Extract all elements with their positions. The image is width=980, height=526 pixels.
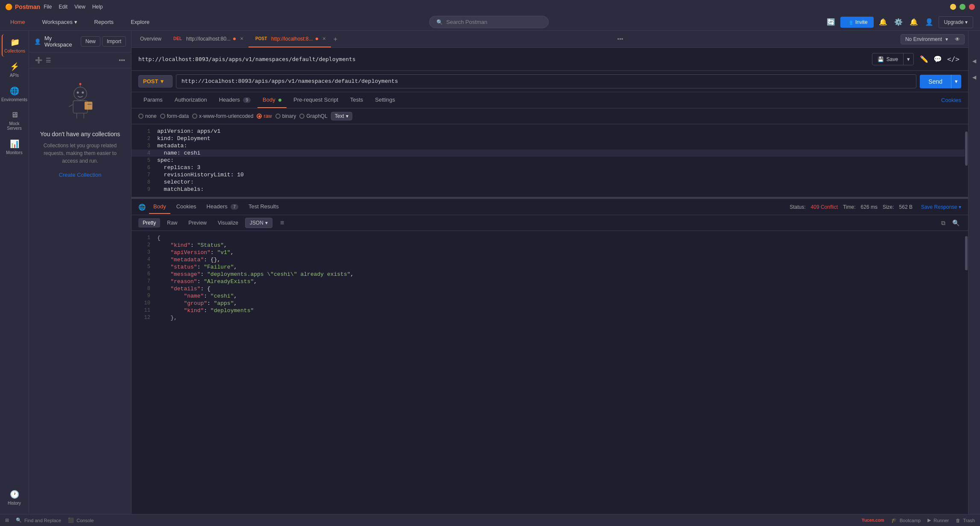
code-view-button[interactable]: </> [945,53,961,65]
tab-post[interactable]: POST http://localhost:8... ✕ [249,31,331,47]
sync-icon[interactable]: 🔄 [825,16,837,28]
request-editor-scrollbar[interactable] [965,124,968,197]
format-visualize-button[interactable]: Visualize [214,218,243,228]
grid-icon-item[interactable]: ⊞ [5,517,9,523]
right-panel-top-icon[interactable]: ◀ [970,56,979,66]
close-button[interactable]: ✕ [969,4,975,10]
find-replace-item[interactable]: 🔍 Find and Replace [16,517,61,523]
maximize-button[interactable]: ☐ [960,4,965,10]
sidebar-item-mock-servers[interactable]: 🖥 Mock Servers [2,107,27,134]
grid-icon: ⊞ [5,517,9,523]
create-collection-link[interactable]: Create Collection [59,172,102,178]
url-input[interactable] [176,74,916,88]
tab-del-close[interactable]: ✕ [240,36,243,41]
filter-tool-button[interactable]: ☰ [45,56,52,64]
import-button[interactable]: Import [102,36,126,47]
language-selector[interactable]: JSON ▾ [245,218,272,228]
sidebar-item-monitors[interactable]: 📊 Monitors [2,136,27,158]
right-panel-bottom-icon[interactable]: ◀ [971,73,978,82]
req-tab-params[interactable]: Params [138,92,168,108]
body-urlencoded-option[interactable]: x-www-form-urlencoded [192,113,253,119]
new-collection-button[interactable]: New [81,36,100,47]
save-dropdown-button[interactable]: ▾ [903,53,913,65]
sidebar-item-history[interactable]: 🕐 History [2,486,27,509]
trash-item[interactable]: 🗑 Trash [956,518,975,523]
bootcamp-label: Bootcamp [900,518,921,523]
add-tab-button[interactable]: + [331,35,340,43]
method-selector[interactable]: POST ▾ [138,75,173,88]
tab-del-url: http://localhost:80... [186,36,231,42]
upgrade-button[interactable]: Upgrade ▾ [939,16,973,28]
format-pretty-button[interactable]: Pretty [138,218,160,228]
response-scrollbar[interactable] [965,231,968,335]
tab-more-button[interactable]: ••• [617,36,623,42]
notifications-icon[interactable]: 🔔 [877,16,889,28]
resp-line-6: 6 "message": "deployments.apps \"ceshi\"… [132,271,965,278]
menu-view[interactable]: View [74,4,85,10]
cookies-link[interactable]: Cookies [941,97,961,103]
menu-file[interactable]: File [44,4,52,10]
save-response-button[interactable]: Save Response ▾ [921,204,961,210]
body-raw-option[interactable]: raw [257,113,272,119]
format-preview-button[interactable]: Preview [184,218,211,228]
req-tab-authorization[interactable]: Authorization [170,92,212,108]
body-none-option[interactable]: none [138,113,157,119]
response-body-container: 1 { 2 "kind": "Status", 3 "apiVersion": … [132,231,968,335]
body-type-selector[interactable]: Text ▾ [331,112,352,120]
resp-tab-headers[interactable]: Headers 7 [202,200,243,214]
settings-icon[interactable]: ⚙️ [892,16,904,28]
body-binary-option[interactable]: binary [275,113,296,119]
filter-response-button[interactable]: ≡ [278,218,286,228]
tab-del[interactable]: DEL http://localhost:80... ✕ [167,31,249,47]
comment-view-button[interactable]: 💬 [932,53,944,65]
alerts-icon[interactable]: 🔔 [908,16,920,28]
tab-post-close[interactable]: ✕ [322,36,326,41]
send-button[interactable]: Send [920,75,951,88]
send-dropdown-button[interactable]: ▾ [951,75,961,88]
home-menu-item[interactable]: Home [7,17,29,27]
resp-tab-test-results[interactable]: Test Results [244,200,283,214]
tab-overview-label: Overview [140,36,161,42]
menu-help[interactable]: Help [92,4,103,10]
explore-menu-item[interactable]: Explore [127,17,153,27]
profile-icon[interactable]: 👤 [923,16,935,28]
save-button[interactable]: 💾 Save [872,53,903,65]
minimize-button[interactable]: — [950,4,956,10]
bootcamp-item[interactable]: 🎓 Bootcamp [891,517,921,523]
search-response-button[interactable]: 🔍 [951,219,961,228]
body-form-data-option[interactable]: form-data [160,113,189,119]
more-options-button[interactable]: ••• [118,56,126,64]
resp-tab-cookies[interactable]: Cookies [172,200,201,214]
sidebar-item-environments[interactable]: 🌐 Environments [2,83,27,105]
body-graphql-option[interactable]: GraphQL [299,113,327,119]
search-bar[interactable]: 🔍 Search Postman [429,16,549,28]
search-placeholder: Search Postman [446,19,487,25]
req-tab-settings[interactable]: Settings [370,92,400,108]
invite-button[interactable]: 👥 Invite [840,17,874,28]
env-selector[interactable]: No Environment ▾ 👁 [901,34,965,44]
runner-item[interactable]: ▶ Runner [927,517,949,523]
add-tool-button[interactable]: ➕ [34,56,43,64]
titlebar: 🟠 Postman File Edit View Help — ☐ ✕ [0,0,980,14]
tab-overview[interactable]: Overview [135,31,167,47]
sidebar-item-collections[interactable]: 📁 Collections [2,34,27,57]
req-tab-headers[interactable]: Headers 9 [214,92,256,108]
req-tab-tests[interactable]: Tests [345,92,368,108]
copy-response-button[interactable]: ⧉ [939,219,947,228]
format-raw-button[interactable]: Raw [163,218,181,228]
language-dropdown-icon: ▾ [265,220,268,226]
req-tab-pre-request[interactable]: Pre-request Script [288,92,343,108]
response-body[interactable]: 1 { 2 "kind": "Status", 3 "apiVersion": … [132,231,965,335]
sidebar-item-apis[interactable]: ⚡ APIs [2,58,27,81]
request-code-editor[interactable]: 1 apiVersion: apps/v1 2 kind: Deployment… [132,124,965,197]
menu-edit[interactable]: Edit [59,4,67,10]
history-label: History [8,501,21,506]
statusbar-right: Yucen.com 🎓 Bootcamp ▶ Runner 🗑 Trash [862,517,975,523]
console-item[interactable]: ⬛ Console [68,517,94,523]
req-tab-body[interactable]: Body [257,92,287,108]
resp-tab-body[interactable]: Body [149,200,170,214]
workspaces-menu-item[interactable]: Workspaces ▾ [39,17,81,27]
reports-menu-item[interactable]: Reports [91,17,117,27]
edit-view-button[interactable]: ✏️ [918,53,930,65]
request-url-display: http://localhost:8093/apis/apps/v1/names… [138,56,868,62]
